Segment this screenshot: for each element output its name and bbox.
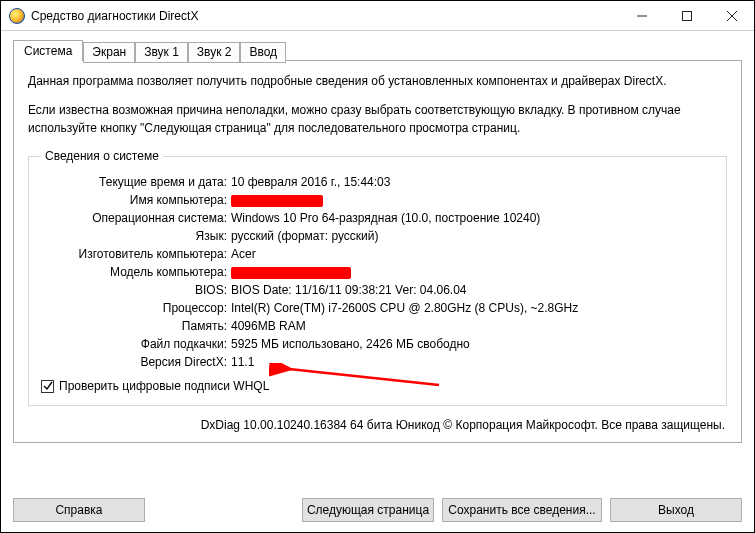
value-os: Windows 10 Pro 64-разрядная (10.0, постр… <box>231 209 714 227</box>
value-bios: BIOS Date: 11/16/11 09:38:21 Ver: 04.06.… <box>231 281 714 299</box>
value-dx: 11.1 <box>231 353 714 371</box>
row-datetime: Текущие время и дата: 10 февраля 2016 г.… <box>41 173 714 191</box>
row-cpu: Процессор: Intel(R) Core(TM) i7-2600S CP… <box>41 299 714 317</box>
row-manuf: Изготовитель компьютера: Acer <box>41 245 714 263</box>
value-lang: русский (формат: русский) <box>231 227 714 245</box>
titlebar: Средство диагностики DirectX <box>1 1 754 31</box>
label-bios: BIOS: <box>41 281 231 299</box>
label-page: Файл подкачки: <box>41 335 231 353</box>
row-ram: Память: 4096MB RAM <box>41 317 714 335</box>
next-page-button[interactable]: Следующая страница <box>302 498 434 522</box>
redacted-computer <box>231 195 323 207</box>
help-button[interactable]: Справка <box>13 498 145 522</box>
tabstrip: Система Экран Звук 1 Звук 2 Ввод <box>13 40 742 61</box>
intro-text-2: Если известна возможная причина неполадк… <box>28 102 727 137</box>
value-computer <box>231 191 714 209</box>
value-ram: 4096MB RAM <box>231 317 714 335</box>
button-bar: Справка Следующая страница Сохранить все… <box>13 498 742 522</box>
row-lang: Язык: русский (формат: русский) <box>41 227 714 245</box>
close-button[interactable] <box>709 1 754 31</box>
whql-checkbox-label: Проверить цифровые подписи WHQL <box>59 379 269 393</box>
whql-checkbox-row: Проверить цифровые подписи WHQL <box>41 379 714 393</box>
label-lang: Язык: <box>41 227 231 245</box>
tab-sound1[interactable]: Звук 1 <box>135 42 188 63</box>
close-icon <box>727 11 737 21</box>
svg-rect-1 <box>682 11 691 20</box>
row-dx: Версия DirectX: 11.1 <box>41 353 714 371</box>
label-manuf: Изготовитель компьютера: <box>41 245 231 263</box>
exit-button[interactable]: Выход <box>610 498 742 522</box>
row-model: Модель компьютера: <box>41 263 714 281</box>
value-manuf: Acer <box>231 245 714 263</box>
maximize-icon <box>682 11 692 21</box>
label-datetime: Текущие время и дата: <box>41 173 231 191</box>
intro-text-1: Данная программа позволяет получить подр… <box>28 73 727 90</box>
row-os: Операционная система: Windows 10 Pro 64-… <box>41 209 714 227</box>
label-os: Операционная система: <box>41 209 231 227</box>
check-icon <box>43 381 53 391</box>
value-cpu: Intel(R) Core(TM) i7-2600S CPU @ 2.80GHz… <box>231 299 714 317</box>
status-line: DxDiag 10.00.10240.16384 64 бита Юникод … <box>28 414 727 432</box>
tab-input[interactable]: Ввод <box>240 42 286 63</box>
maximize-button[interactable] <box>664 1 709 31</box>
row-page: Файл подкачки: 5925 МБ использовано, 242… <box>41 335 714 353</box>
system-info-group: Сведения о системе Текущие время и дата:… <box>28 149 727 406</box>
minimize-icon <box>637 11 647 21</box>
label-model: Модель компьютера: <box>41 263 231 281</box>
whql-checkbox[interactable] <box>41 380 54 393</box>
window-title: Средство диагностики DirectX <box>31 9 198 23</box>
group-legend: Сведения о системе <box>41 149 163 163</box>
label-cpu: Процессор: <box>41 299 231 317</box>
tab-sound2[interactable]: Звук 2 <box>188 42 241 63</box>
label-dx: Версия DirectX: <box>41 353 231 371</box>
dxdiag-icon <box>9 8 25 24</box>
label-computer: Имя компьютера: <box>41 191 231 209</box>
row-bios: BIOS: BIOS Date: 11/16/11 09:38:21 Ver: … <box>41 281 714 299</box>
value-page: 5925 МБ использовано, 2426 МБ свободно <box>231 335 714 353</box>
minimize-button[interactable] <box>619 1 664 31</box>
save-all-button[interactable]: Сохранить все сведения... <box>442 498 602 522</box>
tab-display[interactable]: Экран <box>83 42 135 63</box>
value-model <box>231 263 714 281</box>
tab-panel: Данная программа позволяет получить подр… <box>13 60 742 443</box>
label-ram: Память: <box>41 317 231 335</box>
row-computer: Имя компьютера: <box>41 191 714 209</box>
value-datetime: 10 февраля 2016 г., 15:44:03 <box>231 173 714 191</box>
tab-system[interactable]: Система <box>13 40 83 61</box>
redacted-model <box>231 267 351 279</box>
